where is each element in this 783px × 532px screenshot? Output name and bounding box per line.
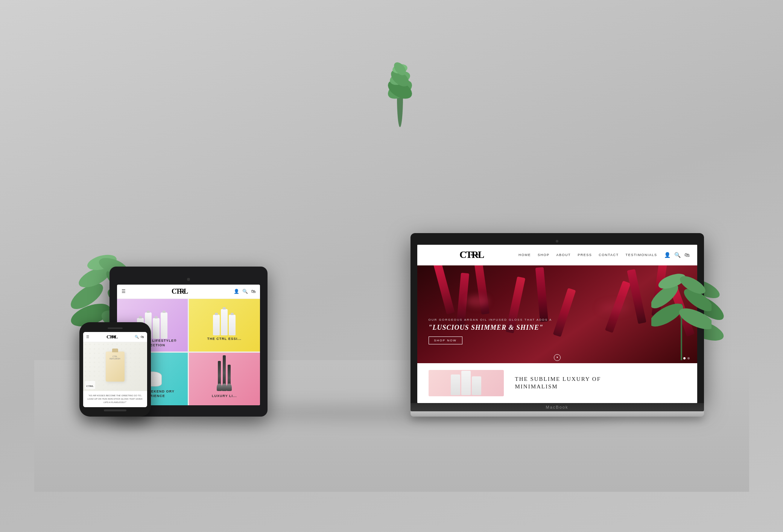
product-3 bbox=[472, 376, 481, 395]
laptop-site-logo: CTRL bbox=[459, 249, 483, 261]
laptop-shop-now-button[interactable]: SHOP NOW bbox=[429, 336, 462, 344]
bottle-label: CTRLREPLENISH bbox=[107, 355, 123, 360]
phone-hero-logo-text: CTRL bbox=[87, 385, 94, 388]
phone-quote-text: "AS AIR KISSES BECOME THE GREETING GO TO… bbox=[86, 394, 144, 404]
brush-1 bbox=[218, 361, 221, 391]
brush-3 bbox=[228, 365, 231, 391]
essence-bottle-1 bbox=[213, 315, 220, 335]
phone-header-icons: 🔍 🛍 bbox=[135, 335, 144, 339]
gloss-highlight-2 bbox=[599, 303, 629, 312]
laptop-camera-row bbox=[417, 240, 697, 243]
nav-about[interactable]: ABOUT bbox=[556, 253, 571, 257]
ipad-cart-icon: 🛍 bbox=[251, 289, 255, 294]
main-scene: ☰ CTRL 👤 🔍 🛍 bbox=[34, 41, 749, 492]
laptop-below-hero-text: THE SUBLIME LUXURY OF MINIMALISM bbox=[515, 370, 601, 396]
laptop-below-hero-title-line1: THE SUBLIME LUXURY OF bbox=[515, 376, 601, 383]
phone-frame: ☰ CTRL 🔍 🛍 bbox=[79, 322, 151, 417]
laptop-below-hero: THE SUBLIME LUXURY OF MINIMALISM bbox=[417, 363, 697, 403]
ipad-cell-luxury: LUXURY LI... bbox=[189, 353, 260, 405]
nav-press[interactable]: PRESS bbox=[578, 253, 592, 257]
gloss-highlight-1 bbox=[466, 296, 489, 307]
ipad-search-icon: 🔍 bbox=[242, 289, 248, 294]
bottle-3 bbox=[153, 318, 160, 339]
phone-hero-section: CTRLREPLENISH CTRL bbox=[83, 342, 147, 391]
ipad-cell-essence: THE CTRL ESSI... bbox=[189, 299, 260, 352]
ipad-header-icons: 👤 🔍 🛍 bbox=[234, 289, 255, 294]
laptop-hero-subtitle: OUR GORGEOUS ARGAN OIL INFUSED GLOSS THA… bbox=[429, 318, 552, 321]
laptop-bottom bbox=[411, 411, 704, 417]
phone-menu-icon: ☰ bbox=[86, 335, 89, 339]
plant-right-mid-icon bbox=[651, 255, 712, 360]
ipad-camera bbox=[187, 278, 190, 281]
ipad-menu-icon: ☰ bbox=[122, 289, 126, 294]
nav-contact[interactable]: CONTACT bbox=[599, 253, 619, 257]
phone-quote-section: "AS AIR KISSES BECOME THE GREETING GO TO… bbox=[83, 391, 147, 407]
essence-bottle-2 bbox=[221, 309, 228, 335]
phone-search-icon: 🔍 bbox=[135, 335, 139, 339]
phone-product-bottle: CTRLREPLENISH bbox=[106, 352, 125, 382]
nav-shop[interactable]: SHOP bbox=[538, 253, 550, 257]
laptop-below-hero-title-line2: MINIMALISM bbox=[515, 383, 601, 391]
phone-header: ☰ CTRL 🔍 🛍 bbox=[83, 332, 147, 342]
phone-device: ☰ CTRL 🔍 🛍 bbox=[79, 322, 151, 417]
brush-2 bbox=[223, 355, 226, 391]
laptop-hero-text: OUR GORGEOUS ARGAN OIL INFUSED GLOSS THA… bbox=[429, 318, 552, 344]
phone-hero-bg: CTRLREPLENISH CTRL bbox=[83, 342, 147, 391]
laptop-base: MacBook bbox=[411, 403, 704, 411]
phone-speaker bbox=[108, 327, 123, 329]
laptop-hero-title: "LUSCIOUS SHIMMER & SHINE" bbox=[429, 324, 552, 332]
bottle-4 bbox=[161, 312, 167, 339]
phone-screen: ☰ CTRL 🔍 🛍 bbox=[83, 332, 147, 407]
phone-cart-icon: 🛍 bbox=[141, 335, 144, 339]
laptop-camera bbox=[556, 240, 558, 243]
laptop-site-nav: HOME SHOP ABOUT PRESS CONTACT TESTIMONIA… bbox=[518, 253, 657, 257]
ipad-logo: CTRL bbox=[172, 288, 187, 296]
ipad-header: ☰ CTRL 👤 🔍 🛍 bbox=[117, 285, 260, 299]
plant-top-center-icon bbox=[377, 59, 423, 135]
ipad-cell-essence-label: THE CTRL ESSI... bbox=[207, 337, 242, 341]
bottle-cap bbox=[112, 349, 118, 352]
below-hero-products bbox=[451, 371, 481, 395]
laptop-brand-label: MacBook bbox=[546, 405, 569, 409]
nav-home[interactable]: HOME bbox=[518, 253, 531, 257]
product-2 bbox=[461, 371, 471, 395]
product-1 bbox=[451, 374, 460, 395]
ipad-essence-bottles bbox=[213, 309, 236, 335]
phone-logo: CTRL bbox=[106, 334, 117, 340]
ipad-cell-luxury-label: LUXURY LI... bbox=[212, 394, 237, 399]
laptop-below-hero-image bbox=[429, 370, 504, 396]
laptop-scroll-indicator: ▾ bbox=[554, 354, 561, 361]
essence-bottle-3 bbox=[229, 315, 236, 335]
phone-home-indicator bbox=[104, 409, 126, 411]
ipad-account-icon: 👤 bbox=[234, 289, 239, 294]
phone-hero-logo: CTRL bbox=[85, 381, 95, 389]
phone-product-display: CTRLREPLENISH bbox=[106, 352, 125, 382]
